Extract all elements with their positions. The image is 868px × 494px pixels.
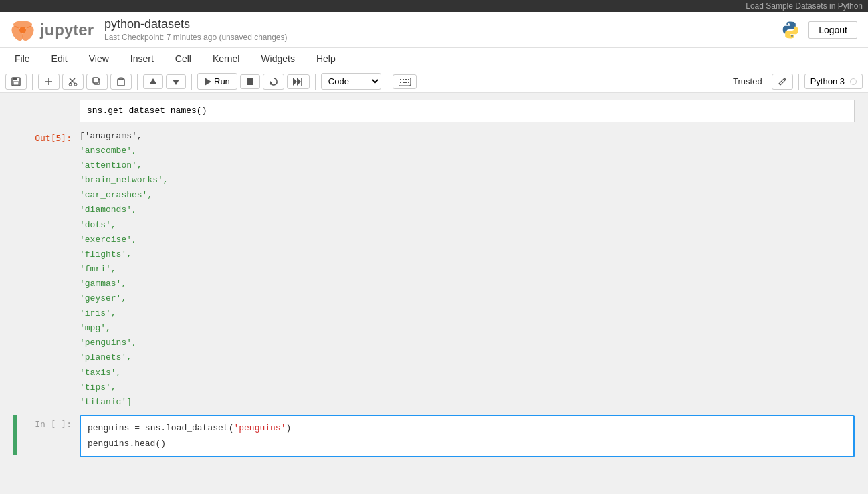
toolbar-separator-1: [32, 74, 33, 90]
toolbar-separator-4: [315, 74, 316, 90]
cell-prompt-5: [19, 100, 80, 104]
logo-area: jupyter: [11, 18, 94, 42]
output-line-15: 'planets',: [80, 352, 132, 362]
output-line-10: 'gammas',: [80, 279, 126, 289]
svg-rect-27: [403, 79, 404, 80]
kernel-label: Python 3: [810, 76, 845, 86]
output-content-5: ['anagrams', 'anscombe', 'attention', 'b…: [80, 129, 169, 410]
plus-icon: [44, 77, 53, 86]
toolbar-separator-6: [798, 74, 799, 90]
str-penguins: 'penguins': [233, 423, 286, 433]
notebook-title-area: python-datasets Last Checkpoint: 7 minut…: [104, 17, 288, 42]
notebook-container: sns.get_dataset_names() Out[5]: ['anagra…: [0, 93, 868, 480]
move-up-button[interactable]: [143, 74, 163, 89]
run-icon: [205, 78, 211, 86]
var-penguins: penguins =: [88, 423, 145, 433]
svg-point-5: [791, 35, 793, 37]
toolbar-separator-2: [137, 74, 138, 90]
stop-button[interactable]: [240, 74, 260, 89]
svg-point-14: [74, 83, 77, 86]
menubar: File Edit View Insert Cell Kernel Widget…: [0, 48, 868, 70]
restart-button[interactable]: [263, 74, 284, 90]
menu-insert[interactable]: Insert: [126, 51, 158, 67]
menu-widgets[interactable]: Widgets: [257, 51, 299, 67]
move-down-button[interactable]: [166, 74, 186, 89]
svg-rect-30: [400, 82, 401, 83]
svg-point-4: [788, 23, 790, 25]
copy-button[interactable]: [86, 74, 108, 90]
menu-edit[interactable]: Edit: [47, 51, 72, 67]
active-code-cell: In [ ]: penguins = sns.load_dataset('pen…: [13, 415, 855, 457]
output-line-3: 'brain_networks',: [80, 175, 169, 185]
svg-marker-22: [293, 78, 297, 86]
menu-kernel[interactable]: Kernel: [209, 51, 243, 67]
output-line-1: 'anscombe',: [80, 146, 137, 156]
fast-forward-icon: [293, 78, 304, 86]
header-right: Logout: [780, 20, 857, 40]
code-cell-5: sns.get_dataset_names(): [13, 100, 855, 126]
svg-rect-31: [403, 82, 407, 83]
svg-rect-26: [400, 79, 401, 80]
save-button[interactable]: [5, 74, 27, 90]
active-cell-indicator: [13, 415, 17, 455]
menu-file[interactable]: File: [11, 51, 34, 67]
menu-view[interactable]: View: [85, 51, 113, 67]
jupyter-logo: [11, 18, 35, 42]
svg-rect-16: [93, 78, 98, 83]
active-cell-content[interactable]: penguins = sns.load_dataset('penguins') …: [80, 415, 855, 457]
menu-cell[interactable]: Cell: [171, 51, 195, 67]
titlebar-text: Load Sample Datasets in Python: [746, 1, 863, 11]
output-line-13: 'mpg',: [80, 323, 111, 333]
svg-rect-29: [408, 79, 409, 80]
output-line-18: 'titanic']: [80, 397, 132, 407]
code-content-5[interactable]: sns.get_dataset_names(): [80, 100, 855, 122]
output-line-4: 'car_crashes',: [80, 190, 152, 200]
output-line-12: 'iris',: [80, 308, 116, 318]
output-line-9: 'fmri',: [80, 264, 116, 274]
output-line-5: 'diamonds',: [80, 205, 137, 215]
penguins-head: penguins.head(): [88, 439, 166, 449]
paste-icon: [116, 77, 126, 86]
keyboard-button[interactable]: [393, 74, 417, 89]
svg-marker-23: [297, 78, 301, 86]
sns-code: sns.get_dataset_names(): [87, 106, 207, 116]
edit-pencil-button[interactable]: [772, 74, 793, 90]
active-cell-line1: penguins = sns.load_dataset('penguins'): [88, 420, 847, 436]
save-icon: [11, 77, 21, 86]
output-line-0: ['anagrams',: [80, 131, 142, 141]
svg-rect-20: [247, 78, 253, 85]
trusted-badge: Trusted: [726, 74, 769, 88]
add-cell-button[interactable]: [38, 74, 60, 90]
svg-rect-7: [13, 78, 17, 80]
output-cell-5: Out[5]: ['anagrams', 'anscombe', 'attent…: [13, 129, 855, 410]
python-logo-icon: [780, 20, 800, 40]
logout-button[interactable]: Logout: [808, 21, 857, 39]
checkpoint-info: Last Checkpoint: 7 minutes ago (unsaved …: [104, 33, 288, 42]
arrow-up-icon: [149, 78, 157, 86]
svg-marker-19: [205, 78, 211, 86]
restart-icon: [269, 77, 278, 86]
titlebar: Load Sample Datasets in Python: [0, 0, 868, 12]
output-prompt-5: Out[5]:: [19, 129, 80, 143]
cell-type-select[interactable]: Code: [321, 73, 381, 90]
output-line-7: 'exercise',: [80, 235, 137, 245]
run-button[interactable]: Run: [197, 73, 237, 90]
menu-help[interactable]: Help: [312, 51, 340, 67]
svg-rect-28: [405, 79, 407, 80]
toolbar-separator-5: [387, 74, 387, 90]
cut-button[interactable]: [62, 74, 84, 90]
close-paren: ): [286, 423, 291, 433]
notebook-title[interactable]: python-datasets: [104, 17, 288, 31]
output-line-6: 'dots',: [80, 220, 116, 230]
paste-button[interactable]: [110, 74, 132, 90]
stop-icon: [246, 78, 254, 86]
fast-forward-button[interactable]: [287, 74, 310, 89]
svg-rect-32: [408, 82, 409, 83]
sns-fn: sns.load_dataset(: [145, 423, 234, 433]
active-cell-line2: penguins.head(): [88, 436, 847, 451]
arrow-down-icon: [172, 78, 180, 86]
header: jupyter python-datasets Last Checkpoint:…: [0, 12, 868, 48]
output-line-8: 'flights',: [80, 249, 132, 259]
cell-indicator-5: [13, 100, 17, 126]
output-line-14: 'penguins',: [80, 338, 137, 348]
